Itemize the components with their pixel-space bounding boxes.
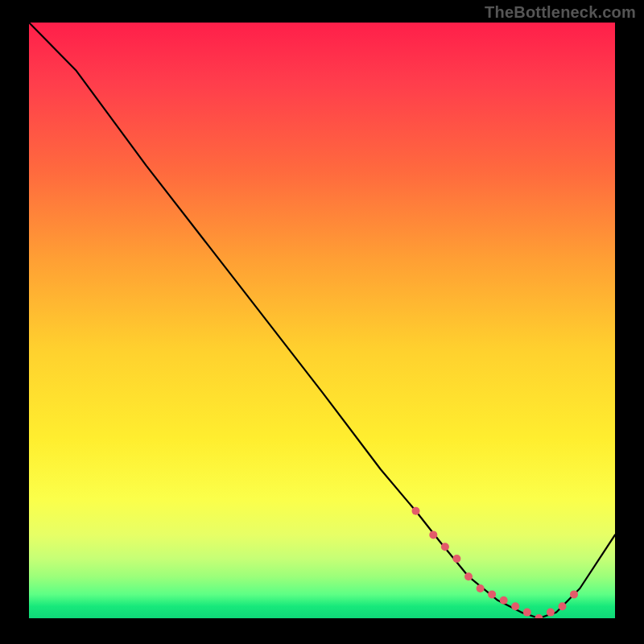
highlight-dot [412, 507, 420, 515]
highlight-dot [523, 609, 531, 617]
highlight-dot [488, 590, 496, 598]
highlight-dot [570, 590, 578, 598]
plot-area [29, 23, 615, 618]
highlight-dot [464, 572, 473, 580]
watermark-text: TheBottleneck.com [485, 3, 636, 22]
highlight-dot [429, 530, 437, 539]
curve-layer [29, 23, 615, 618]
highlight-dot [547, 609, 555, 617]
chart-stage: TheBottleneck.com [0, 0, 644, 644]
highlight-dot [500, 597, 508, 605]
highlight-dot [535, 614, 543, 618]
highlight-dot [452, 555, 460, 563]
highlight-dots [412, 507, 579, 618]
highlight-dot [441, 543, 449, 551]
highlight-dot [477, 584, 485, 592]
highlight-dot [559, 602, 567, 610]
highlight-dot [511, 602, 519, 610]
bottleneck-curve [29, 23, 615, 618]
